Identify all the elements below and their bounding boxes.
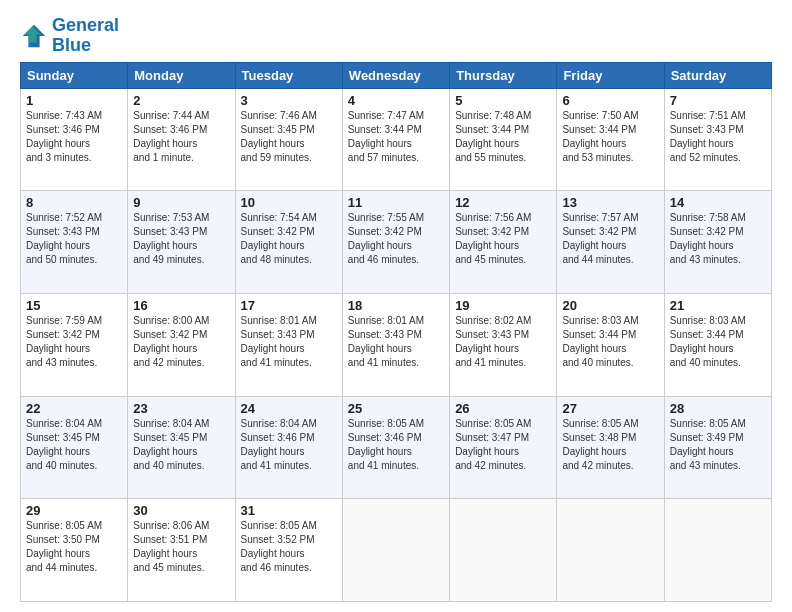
calendar-cell: 5Sunrise: 7:48 AMSunset: 3:44 PMDaylight… [450,88,557,191]
calendar-cell: 3Sunrise: 7:46 AMSunset: 3:45 PMDaylight… [235,88,342,191]
calendar-cell: 17Sunrise: 8:01 AMSunset: 3:43 PMDayligh… [235,293,342,396]
day-detail: Sunrise: 8:00 AMSunset: 3:42 PMDaylight … [133,315,209,368]
day-number: 30 [133,503,229,518]
calendar-cell: 7Sunrise: 7:51 AMSunset: 3:43 PMDaylight… [664,88,771,191]
col-header-thursday: Thursday [450,62,557,88]
day-number: 9 [133,195,229,210]
day-number: 1 [26,93,122,108]
calendar-cell: 12Sunrise: 7:56 AMSunset: 3:42 PMDayligh… [450,191,557,294]
header: GeneralBlue [20,16,772,56]
calendar-cell: 18Sunrise: 8:01 AMSunset: 3:43 PMDayligh… [342,293,449,396]
calendar-cell: 30Sunrise: 8:06 AMSunset: 3:51 PMDayligh… [128,499,235,602]
calendar-cell: 19Sunrise: 8:02 AMSunset: 3:43 PMDayligh… [450,293,557,396]
day-detail: Sunrise: 7:48 AMSunset: 3:44 PMDaylight … [455,110,531,163]
page: GeneralBlue SundayMondayTuesdayWednesday… [0,0,792,612]
day-number: 24 [241,401,337,416]
day-number: 19 [455,298,551,313]
day-number: 16 [133,298,229,313]
calendar-cell: 1Sunrise: 7:43 AMSunset: 3:46 PMDaylight… [21,88,128,191]
logo-icon [20,22,48,50]
day-number: 23 [133,401,229,416]
day-detail: Sunrise: 7:43 AMSunset: 3:46 PMDaylight … [26,110,102,163]
col-header-friday: Friday [557,62,664,88]
day-number: 12 [455,195,551,210]
calendar-cell: 15Sunrise: 7:59 AMSunset: 3:42 PMDayligh… [21,293,128,396]
day-detail: Sunrise: 8:05 AMSunset: 3:49 PMDaylight … [670,418,746,471]
calendar-table: SundayMondayTuesdayWednesdayThursdayFrid… [20,62,772,602]
day-number: 28 [670,401,766,416]
day-number: 8 [26,195,122,210]
day-detail: Sunrise: 7:56 AMSunset: 3:42 PMDaylight … [455,212,531,265]
day-detail: Sunrise: 7:59 AMSunset: 3:42 PMDaylight … [26,315,102,368]
day-number: 25 [348,401,444,416]
calendar-cell: 23Sunrise: 8:04 AMSunset: 3:45 PMDayligh… [128,396,235,499]
day-number: 15 [26,298,122,313]
day-detail: Sunrise: 8:05 AMSunset: 3:48 PMDaylight … [562,418,638,471]
day-detail: Sunrise: 8:04 AMSunset: 3:45 PMDaylight … [133,418,209,471]
calendar-cell: 28Sunrise: 8:05 AMSunset: 3:49 PMDayligh… [664,396,771,499]
day-number: 31 [241,503,337,518]
day-detail: Sunrise: 7:52 AMSunset: 3:43 PMDaylight … [26,212,102,265]
calendar-cell [557,499,664,602]
day-number: 6 [562,93,658,108]
logo-text: GeneralBlue [52,16,119,56]
day-detail: Sunrise: 8:02 AMSunset: 3:43 PMDaylight … [455,315,531,368]
day-detail: Sunrise: 8:05 AMSunset: 3:46 PMDaylight … [348,418,424,471]
logo: GeneralBlue [20,16,119,56]
day-detail: Sunrise: 7:58 AMSunset: 3:42 PMDaylight … [670,212,746,265]
calendar-cell: 4Sunrise: 7:47 AMSunset: 3:44 PMDaylight… [342,88,449,191]
day-detail: Sunrise: 8:06 AMSunset: 3:51 PMDaylight … [133,520,209,573]
day-number: 18 [348,298,444,313]
day-detail: Sunrise: 8:03 AMSunset: 3:44 PMDaylight … [670,315,746,368]
col-header-saturday: Saturday [664,62,771,88]
day-number: 27 [562,401,658,416]
day-detail: Sunrise: 7:54 AMSunset: 3:42 PMDaylight … [241,212,317,265]
calendar-cell: 8Sunrise: 7:52 AMSunset: 3:43 PMDaylight… [21,191,128,294]
day-number: 13 [562,195,658,210]
col-header-sunday: Sunday [21,62,128,88]
calendar-cell [450,499,557,602]
calendar-cell: 14Sunrise: 7:58 AMSunset: 3:42 PMDayligh… [664,191,771,294]
day-detail: Sunrise: 7:51 AMSunset: 3:43 PMDaylight … [670,110,746,163]
col-header-monday: Monday [128,62,235,88]
day-detail: Sunrise: 8:01 AMSunset: 3:43 PMDaylight … [348,315,424,368]
calendar-cell: 26Sunrise: 8:05 AMSunset: 3:47 PMDayligh… [450,396,557,499]
calendar-cell: 24Sunrise: 8:04 AMSunset: 3:46 PMDayligh… [235,396,342,499]
day-number: 10 [241,195,337,210]
day-detail: Sunrise: 7:57 AMSunset: 3:42 PMDaylight … [562,212,638,265]
day-number: 22 [26,401,122,416]
day-number: 11 [348,195,444,210]
col-header-tuesday: Tuesday [235,62,342,88]
day-detail: Sunrise: 8:05 AMSunset: 3:47 PMDaylight … [455,418,531,471]
calendar-cell: 6Sunrise: 7:50 AMSunset: 3:44 PMDaylight… [557,88,664,191]
day-number: 17 [241,298,337,313]
day-number: 4 [348,93,444,108]
col-header-wednesday: Wednesday [342,62,449,88]
calendar-cell: 11Sunrise: 7:55 AMSunset: 3:42 PMDayligh… [342,191,449,294]
day-number: 7 [670,93,766,108]
day-detail: Sunrise: 8:01 AMSunset: 3:43 PMDaylight … [241,315,317,368]
day-detail: Sunrise: 7:50 AMSunset: 3:44 PMDaylight … [562,110,638,163]
day-detail: Sunrise: 7:47 AMSunset: 3:44 PMDaylight … [348,110,424,163]
calendar-cell: 31Sunrise: 8:05 AMSunset: 3:52 PMDayligh… [235,499,342,602]
day-detail: Sunrise: 8:04 AMSunset: 3:45 PMDaylight … [26,418,102,471]
calendar-cell [664,499,771,602]
day-detail: Sunrise: 8:05 AMSunset: 3:52 PMDaylight … [241,520,317,573]
calendar-cell [342,499,449,602]
day-detail: Sunrise: 7:44 AMSunset: 3:46 PMDaylight … [133,110,209,163]
calendar-cell: 27Sunrise: 8:05 AMSunset: 3:48 PMDayligh… [557,396,664,499]
calendar-cell: 29Sunrise: 8:05 AMSunset: 3:50 PMDayligh… [21,499,128,602]
day-detail: Sunrise: 8:05 AMSunset: 3:50 PMDaylight … [26,520,102,573]
calendar-cell: 22Sunrise: 8:04 AMSunset: 3:45 PMDayligh… [21,396,128,499]
calendar-cell: 21Sunrise: 8:03 AMSunset: 3:44 PMDayligh… [664,293,771,396]
calendar-cell: 20Sunrise: 8:03 AMSunset: 3:44 PMDayligh… [557,293,664,396]
day-detail: Sunrise: 8:04 AMSunset: 3:46 PMDaylight … [241,418,317,471]
day-number: 20 [562,298,658,313]
day-number: 2 [133,93,229,108]
day-detail: Sunrise: 7:55 AMSunset: 3:42 PMDaylight … [348,212,424,265]
day-number: 3 [241,93,337,108]
calendar-cell: 13Sunrise: 7:57 AMSunset: 3:42 PMDayligh… [557,191,664,294]
calendar-cell: 10Sunrise: 7:54 AMSunset: 3:42 PMDayligh… [235,191,342,294]
day-detail: Sunrise: 7:46 AMSunset: 3:45 PMDaylight … [241,110,317,163]
calendar-cell: 16Sunrise: 8:00 AMSunset: 3:42 PMDayligh… [128,293,235,396]
